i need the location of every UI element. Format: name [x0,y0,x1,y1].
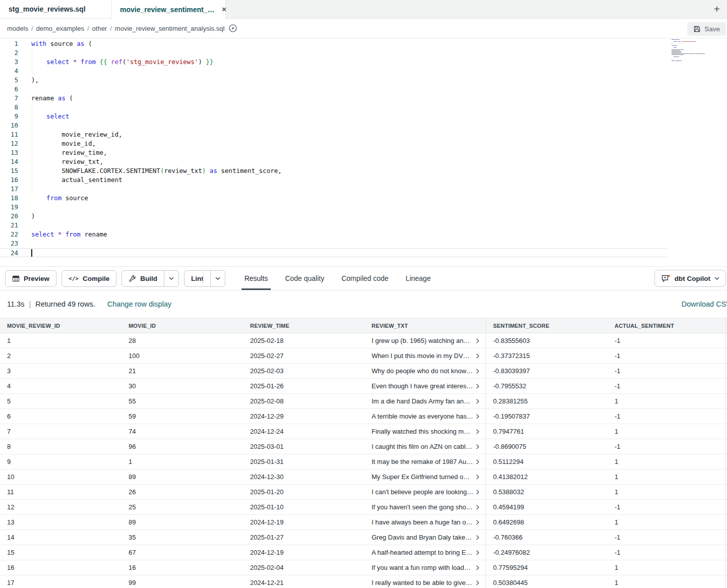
table-cell: 89 [122,473,243,481]
code-line: 9 select [0,112,667,121]
dbt-copilot-button[interactable]: dbt Copilot [654,270,726,287]
column-header: MOVIE_ID [122,323,243,329]
tab-results[interactable]: Results [245,267,268,290]
table-cell: 1 [608,579,727,586]
divider [203,270,203,287]
chevron-right-expand-icon[interactable] [476,504,479,510]
code-lines: 1with source as (23 select * from {{ ref… [0,39,727,257]
table-cell: I have always been a huge fan of "Hom… [365,515,486,530]
table-row: 6592024-12-29A terrible movie as everyon… [0,409,727,424]
table-row: 912025-01-31It may be the remake of 1987… [0,454,727,469]
table-cell: 2025-03-01 [243,443,365,450]
table-cell: 2024-12-24 [243,428,365,435]
chevron-right-expand-icon[interactable] [476,535,479,540]
lint-button[interactable]: Lint [184,270,225,287]
preview-label: Preview [24,275,49,282]
chevron-right-expand-icon[interactable] [476,368,479,374]
line-number: 18 [0,194,22,203]
divider [725,318,726,588]
tab-lineage[interactable]: Lineage [406,267,431,290]
breadcrumb-part: other [92,25,107,32]
table-cell: -0.83555603 [486,337,608,344]
table-row: 12252025-01-10If you haven't seen the go… [0,500,727,515]
save-label: Save [704,25,720,33]
table-cell: -0.24976082 [486,549,608,556]
table-cell: -0.83039397 [486,367,608,375]
table-cell: -1 [608,534,727,541]
table-cell: -0.19507837 [486,413,608,420]
chevron-right-expand-icon[interactable] [476,444,479,449]
result-tabs: Results Code quality Compiled code Linea… [245,267,448,290]
table-row: 1282025-02-18I grew up (b. 1965) watchin… [0,333,727,348]
table-cell: -1 [608,413,727,420]
chevron-right-expand-icon[interactable] [476,550,479,555]
code-line: 18 from source [0,194,667,203]
chevron-right-expand-icon[interactable] [476,474,479,480]
line-number: 12 [0,139,22,148]
table-cell: 0.4594199 [486,503,608,511]
chevron-down-icon [215,277,220,280]
results-table-container: MOVIE_REVIEW_IDMOVIE_IDREVIEW_TIMEREVIEW… [0,318,727,588]
table-cell: Greg Davis and Bryan Daly take some … [365,530,486,545]
tab-compiled-code[interactable]: Compiled code [341,267,388,290]
code-line: 22select * from rename [0,230,667,239]
code-line: 12 movie_id, [0,139,667,148]
download-csv-link[interactable]: Download CSV [682,300,727,308]
new-tab-button[interactable]: + [711,2,723,16]
code-line: 16 actual_sentiment [0,175,667,185]
lint-dropdown[interactable] [210,271,225,286]
wrench-icon [129,275,136,282]
preview-button[interactable]: Preview [5,270,56,287]
close-icon[interactable]: ✕ [220,5,229,14]
table-cell: 9 [0,458,122,465]
chevron-right-expand-icon[interactable] [476,414,479,419]
chevron-right-expand-icon[interactable] [476,429,479,434]
code-line: 24 [0,248,667,257]
tab-code-quality[interactable]: Code quality [285,267,324,290]
chevron-right-expand-icon[interactable] [476,489,479,495]
chevron-right-expand-icon[interactable] [476,565,479,570]
change-row-display-link[interactable]: Change row display [107,300,171,308]
table-cell: 8 [0,443,122,450]
line-number: 3 [0,57,22,67]
divider: | [29,300,31,308]
table-cell: 2024-12-21 [243,579,365,586]
build-button[interactable]: Build [122,270,179,287]
table-cell: 2024-12-29 [243,413,365,420]
tab-stg-movie-reviews[interactable]: stg_movie_reviews.sql [0,0,112,18]
line-number: 19 [0,203,22,212]
chevron-right-expand-icon[interactable] [476,459,479,464]
editor-tab-bar: stg_movie_reviews.sql movie_review_senti… [0,0,727,19]
compile-button[interactable]: </> Compile [62,270,116,287]
breadcrumb-part: movie_review_sentiment_analysis.sql [115,25,225,32]
table-cell: 28 [122,337,243,344]
chevron-down-icon [169,277,174,280]
table-cell: 7 [0,428,122,435]
save-button[interactable]: Save [687,22,726,36]
chevron-right-expand-icon[interactable] [476,580,479,585]
chevron-right-expand-icon[interactable] [476,383,479,389]
chevron-right-expand-icon[interactable] [476,338,479,343]
table-row: 5552025-02-08Im a die hard Dads Army fan… [0,394,727,409]
tab-movie-review-sentiment[interactable]: movie_review_sentiment_… ✕ [112,0,226,19]
editor-minimap[interactable] [672,39,722,64]
table-cell: 1 [608,564,727,571]
chevron-right-expand-icon[interactable] [476,519,479,525]
chevron-right-expand-icon[interactable] [476,353,479,359]
line-number: 22 [0,230,22,239]
table-cell: Even though I have great interest in Bi… [365,379,486,393]
table-cell: I really wanted to be able to give this … [365,575,486,588]
code-line: 3 select * from {{ ref('stg_movie_review… [0,57,667,67]
compass-docs-icon[interactable] [228,24,237,33]
table-cell: 4 [0,382,122,390]
table-cell: -1 [608,503,727,511]
table-cell: 21 [122,367,243,375]
table-cell: 2025-01-10 [243,503,365,511]
table-cell: 2025-02-04 [243,564,365,571]
table-cell: 2024-12-19 [243,549,365,556]
chevron-right-expand-icon[interactable] [476,398,479,404]
code-line: 1with source as ( [0,39,667,48]
build-dropdown[interactable] [164,271,178,286]
line-number: 21 [0,221,22,230]
sql-code-editor[interactable]: 1with source as (23 select * from {{ ref… [0,38,727,266]
